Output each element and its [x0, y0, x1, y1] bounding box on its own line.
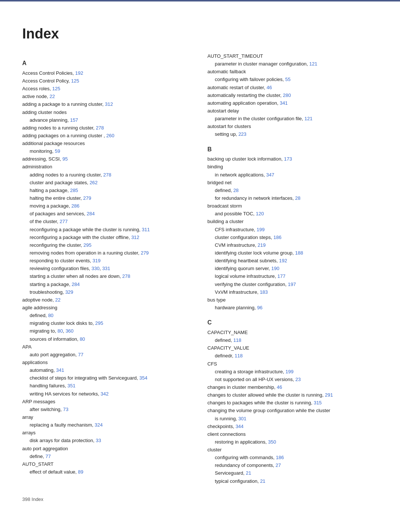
index-entry: checklist of steps for integrating with … [22, 374, 193, 382]
entry-term: effect of default value, [30, 469, 77, 475]
index-entry: auto port aggregation, 77 [22, 351, 193, 358]
page-number: 341 [280, 100, 288, 106]
entry-term: AUTO_START_TIMEOUT [207, 53, 263, 59]
entry-term: Access roles, [22, 86, 51, 91]
entry-term: monitoring, [30, 148, 53, 154]
entry-term: handling failures, [30, 383, 66, 388]
page-number: 262 [90, 180, 98, 185]
page-number: 73 [63, 407, 68, 412]
entry-term: cluster configuration steps, [215, 235, 272, 240]
page-number: 329 [65, 289, 73, 295]
index-entry: automating, 341 [22, 367, 193, 374]
index-entry: automatic failback [207, 68, 378, 75]
page-number: 188 [295, 250, 303, 256]
page-number: 331 [102, 266, 110, 271]
entry-term: setting up, [215, 131, 237, 137]
index-entry: Access Control Policy, 125 [22, 77, 193, 85]
page-number: 280 [283, 92, 291, 98]
page-number: 330 [91, 266, 100, 271]
index-entry: identifying heartbeat subnets, 192 [207, 257, 378, 265]
index-entry: advance planning, 157 [22, 117, 193, 124]
entry-term: array [22, 414, 33, 420]
entry-term: after switching, [30, 407, 62, 412]
index-entry: administration [22, 163, 193, 171]
index-entry: changes in cluster membership, 46 [207, 384, 378, 391]
page-number: 121 [304, 116, 313, 121]
entry-term: replacing a faulty mechanism, [30, 422, 93, 428]
index-entry: adding cluster nodes [22, 109, 193, 116]
index-entry: APA [22, 343, 193, 351]
entry-term: agile addressing [22, 305, 57, 310]
index-entry: agile addressing [22, 304, 193, 312]
top-border [0, 0, 400, 1]
entry-term: automatic restart of cluster, [207, 85, 265, 90]
index-entry: monitoring, 59 [22, 148, 193, 155]
index-entry: identifying cluster lock volume group, 1… [207, 249, 378, 257]
entry-term: advance planning, [30, 117, 69, 123]
entry-term: broadcast storm [207, 203, 242, 209]
entry-term: restoring in applications, [215, 439, 267, 445]
index-entry: reconfiguring a package while the cluste… [22, 226, 193, 233]
index-entry: AUTO_START_TIMEOUT [207, 53, 378, 60]
entry-term: adding a package to a running cluster, [22, 101, 104, 107]
index-entry: configuring with commands, 186 [207, 454, 378, 461]
index-entry: changing the volume group configuration … [207, 407, 378, 414]
entry-term: identifying heartbeat subnets, [215, 258, 278, 263]
entry-term: reviewing configuration files, [30, 266, 90, 271]
entry-term: cluster and package states, [30, 180, 88, 185]
entry-term: of the cluster, [30, 219, 58, 224]
page-number: 80 [57, 328, 63, 334]
entry-term: CVM infrastructure, [215, 242, 256, 248]
page-number: 125 [52, 86, 60, 91]
entry-term: bridged net [207, 180, 231, 185]
page-number: 96 [257, 305, 262, 310]
page-number: 286 [71, 203, 80, 209]
page-number: 223 [239, 131, 247, 137]
page-number: 295 [83, 242, 91, 248]
index-entry: reconfiguring a package with the cluster… [22, 234, 193, 241]
index-entry: migrating to, 80, 360 [22, 327, 193, 335]
page-number: 192 [279, 258, 287, 263]
section-letter: C [207, 318, 378, 327]
section-entries: Access Control Policies, 192Access Contr… [22, 70, 193, 476]
index-entry: bridged net [207, 179, 378, 186]
index-entry: autostart for clusters [207, 123, 378, 130]
entry-term: configuring with failover policies, [215, 77, 284, 82]
entry-term: reconfiguring a package with the cluster… [30, 235, 130, 240]
page: Index AAccess Control Policies, 192Acces… [0, 0, 400, 524]
index-entry: logical volume infrastructure, 177 [207, 273, 378, 280]
entry-term: cluster [207, 447, 221, 452]
index-entry: of packages and services, 284 [22, 210, 193, 218]
section-letter: A [22, 59, 193, 68]
entry-term: autostart for clusters [207, 124, 251, 129]
index-entry: addressing, SCSI, 95 [22, 155, 193, 163]
entry-term: starting a package, [30, 282, 70, 287]
entry-term: additional package resources [22, 141, 85, 146]
index-entry: automating application operation, 341 [207, 100, 378, 107]
index-entry: adding nodes to a running cluster, 278 [22, 124, 193, 132]
index-entry: backing up cluster lock information, 173 [207, 155, 378, 163]
entry-term: creating a storage infrastructure, [215, 369, 284, 374]
entry-term: autostart delay [207, 108, 239, 114]
page-number: 77 [46, 454, 51, 459]
index-entry: CVM infrastructure, 219 [207, 242, 378, 249]
entry-term: adding nodes to a running cluster, [22, 125, 94, 131]
page-number: 341 [56, 367, 64, 373]
page-number: 277 [60, 219, 68, 224]
entry-term: binding [207, 164, 223, 169]
page-number: 192 [75, 70, 83, 76]
entry-term: addressing, SCSI, [22, 156, 61, 162]
entry-term: ARP messages [22, 399, 55, 404]
index-entry: restoring in applications, 350 [207, 438, 378, 446]
index-entry: AUTO_START [22, 461, 193, 468]
entry-term: checkpoints, [207, 424, 234, 429]
entry-term: defined, [215, 188, 232, 193]
entry-term: CAPACITY_NAME [207, 330, 248, 335]
page-number: 278 [103, 172, 111, 178]
page-number: 22 [50, 94, 55, 99]
page-number: 157 [70, 117, 78, 123]
entry-term: logical volume infrastructure, [215, 273, 276, 279]
page-number: 23 [296, 377, 301, 382]
index-entry: hardware planning, 96 [207, 304, 378, 312]
entry-term: adding cluster nodes [22, 110, 67, 115]
